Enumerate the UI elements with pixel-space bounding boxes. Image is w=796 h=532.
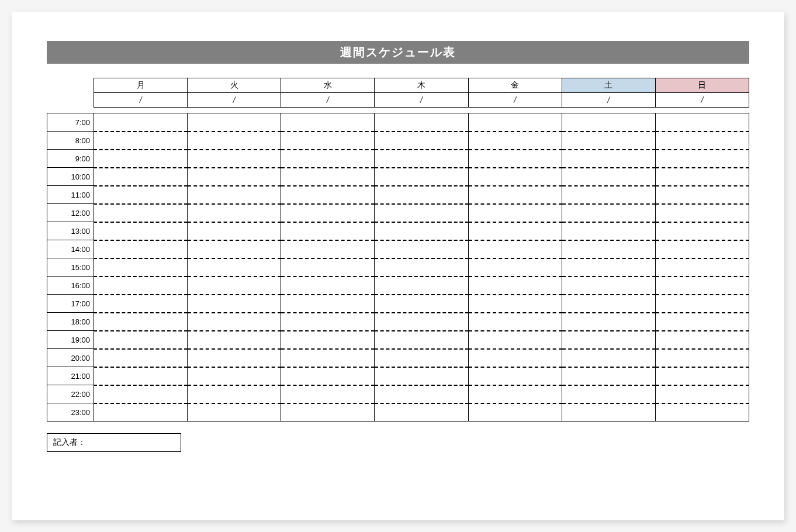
schedule-slot[interactable] [562,113,655,132]
schedule-slot[interactable] [562,313,655,331]
schedule-slot[interactable] [468,277,562,295]
schedule-slot[interactable] [94,313,188,331]
schedule-slot[interactable] [188,222,281,240]
schedule-slot[interactable] [562,258,655,277]
schedule-slot[interactable] [188,168,281,186]
schedule-slot[interactable] [468,132,562,150]
schedule-slot[interactable] [655,150,749,168]
schedule-slot[interactable] [375,295,468,313]
schedule-slot[interactable] [375,113,468,132]
schedule-slot[interactable] [375,168,468,186]
schedule-slot[interactable] [94,240,188,258]
schedule-slot[interactable] [468,204,562,222]
schedule-slot[interactable] [655,349,749,367]
schedule-slot[interactable] [655,222,749,240]
schedule-slot[interactable] [468,240,562,258]
schedule-slot[interactable] [468,258,562,277]
schedule-slot[interactable] [562,385,655,403]
schedule-slot[interactable] [655,367,749,385]
schedule-slot[interactable] [281,367,375,385]
schedule-slot[interactable] [188,313,281,331]
schedule-slot[interactable] [281,313,375,331]
schedule-slot[interactable] [188,295,281,313]
schedule-slot[interactable] [375,349,468,367]
schedule-slot[interactable] [375,186,468,204]
schedule-slot[interactable] [188,367,281,385]
schedule-slot[interactable] [375,403,468,422]
schedule-slot[interactable] [562,277,655,295]
schedule-slot[interactable] [188,385,281,403]
schedule-slot[interactable] [375,258,468,277]
schedule-slot[interactable] [281,385,375,403]
schedule-slot[interactable] [94,295,188,313]
schedule-slot[interactable] [375,222,468,240]
schedule-slot[interactable] [94,385,188,403]
schedule-slot[interactable] [94,150,188,168]
schedule-slot[interactable] [188,258,281,277]
schedule-slot[interactable] [188,150,281,168]
schedule-slot[interactable] [655,132,749,150]
schedule-slot[interactable] [468,186,562,204]
schedule-slot[interactable] [468,385,562,403]
schedule-slot[interactable] [562,331,655,349]
schedule-slot[interactable] [281,277,375,295]
date-cell-thu[interactable]: / [375,93,468,108]
schedule-slot[interactable] [655,258,749,277]
schedule-slot[interactable] [281,240,375,258]
schedule-slot[interactable] [375,331,468,349]
schedule-slot[interactable] [655,277,749,295]
schedule-slot[interactable] [94,367,188,385]
schedule-slot[interactable] [562,132,655,150]
schedule-slot[interactable] [375,385,468,403]
schedule-slot[interactable] [94,277,188,295]
schedule-slot[interactable] [375,204,468,222]
date-cell-sun[interactable]: / [655,93,749,108]
schedule-slot[interactable] [281,349,375,367]
schedule-slot[interactable] [468,150,562,168]
schedule-slot[interactable] [188,132,281,150]
schedule-slot[interactable] [94,403,188,422]
schedule-slot[interactable] [468,367,562,385]
schedule-slot[interactable] [655,403,749,422]
schedule-slot[interactable] [468,349,562,367]
schedule-slot[interactable] [562,240,655,258]
schedule-slot[interactable] [188,186,281,204]
schedule-slot[interactable] [468,168,562,186]
author-box[interactable]: 記入者： [47,433,181,452]
schedule-slot[interactable] [375,367,468,385]
schedule-slot[interactable] [562,186,655,204]
schedule-slot[interactable] [562,295,655,313]
schedule-slot[interactable] [281,186,375,204]
schedule-slot[interactable] [188,240,281,258]
schedule-slot[interactable] [94,113,188,132]
schedule-slot[interactable] [188,331,281,349]
schedule-slot[interactable] [655,168,749,186]
schedule-slot[interactable] [375,150,468,168]
schedule-slot[interactable] [94,222,188,240]
schedule-slot[interactable] [375,277,468,295]
schedule-slot[interactable] [562,204,655,222]
schedule-slot[interactable] [188,403,281,422]
schedule-slot[interactable] [94,132,188,150]
schedule-slot[interactable] [562,403,655,422]
schedule-slot[interactable] [94,331,188,349]
schedule-slot[interactable] [375,313,468,331]
schedule-slot[interactable] [468,313,562,331]
schedule-slot[interactable] [468,113,562,132]
schedule-slot[interactable] [655,204,749,222]
schedule-slot[interactable] [281,150,375,168]
schedule-slot[interactable] [375,132,468,150]
schedule-slot[interactable] [468,222,562,240]
schedule-slot[interactable] [281,403,375,422]
schedule-slot[interactable] [655,331,749,349]
schedule-slot[interactable] [94,258,188,277]
schedule-slot[interactable] [562,168,655,186]
schedule-slot[interactable] [562,367,655,385]
schedule-slot[interactable] [188,349,281,367]
date-cell-sat[interactable]: / [562,93,655,108]
schedule-slot[interactable] [468,403,562,422]
date-cell-mon[interactable]: / [94,93,188,108]
schedule-slot[interactable] [655,385,749,403]
schedule-slot[interactable] [281,168,375,186]
schedule-slot[interactable] [281,204,375,222]
